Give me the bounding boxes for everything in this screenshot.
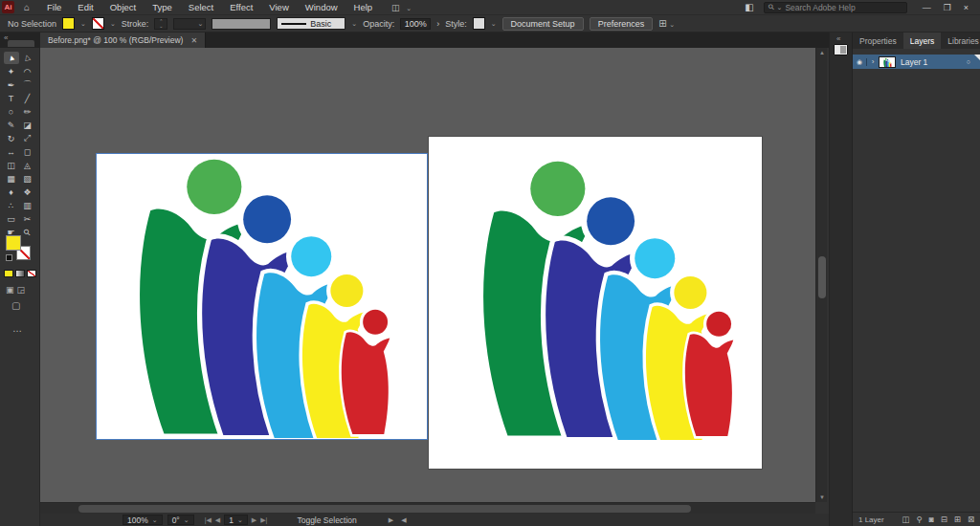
- edit-toolbar-icon[interactable]: …: [12, 323, 23, 334]
- menu-window[interactable]: Window: [305, 2, 338, 12]
- line-segment-tool[interactable]: ╱: [20, 92, 35, 104]
- ellipse-tool[interactable]: ○: [4, 105, 19, 118]
- delete-layer-icon[interactable]: ⊠: [968, 515, 974, 524]
- eraser-tool[interactable]: ◪: [20, 119, 35, 131]
- menu-view[interactable]: View: [269, 2, 288, 12]
- artboard[interactable]: [429, 137, 762, 469]
- expand-layer-icon[interactable]: ›: [867, 57, 879, 66]
- shape-builder-tool[interactable]: ◫: [4, 159, 19, 171]
- perspective-grid-tool[interactable]: ◬: [20, 159, 35, 171]
- status-bar-icons[interactable]: ▶ ◀: [389, 516, 410, 524]
- direct-selection-tool[interactable]: ▷: [20, 52, 35, 64]
- tab-properties[interactable]: Properties: [853, 33, 903, 49]
- draw-normal-icon[interactable]: ▣: [6, 285, 14, 295]
- menu-select[interactable]: Select: [189, 2, 213, 12]
- new-sublayer-icon[interactable]: ⊟: [941, 515, 947, 524]
- menu-effect[interactable]: Effect: [230, 2, 253, 12]
- vertical-scroll-thumb[interactable]: [818, 256, 826, 298]
- chevron-down-icon[interactable]: ⌄: [110, 20, 116, 28]
- selection-tool[interactable]: ►: [4, 52, 19, 64]
- tools-panel-grip[interactable]: [8, 40, 34, 47]
- none-button[interactable]: [27, 270, 36, 277]
- opacity-more-arrow[interactable]: ›: [436, 19, 439, 29]
- layer-target-icon[interactable]: ○: [967, 58, 970, 65]
- opacity-value[interactable]: 100%: [400, 18, 431, 30]
- expand-panels-icon[interactable]: «: [836, 34, 840, 43]
- paintbrush-tool[interactable]: ✏: [20, 105, 35, 118]
- fill-indicator[interactable]: [6, 235, 21, 251]
- restore-button[interactable]: ❐: [944, 3, 951, 12]
- opacity-label[interactable]: Opacity:: [363, 19, 394, 29]
- gradient-tool[interactable]: ▧: [20, 172, 35, 185]
- chevron-down-icon[interactable]: ⌄: [351, 20, 357, 28]
- stroke-weight-stepper[interactable]: ⌃⌄: [154, 18, 167, 30]
- pencil-tool[interactable]: ✎: [4, 119, 19, 131]
- layer-row[interactable]: ◉ › Layer 1 ○: [853, 55, 980, 69]
- artboard-number-dropdown[interactable]: 1 ⌄: [224, 515, 248, 525]
- first-artboard-icon[interactable]: |◀: [205, 516, 212, 524]
- width-profile-dropdown[interactable]: [212, 18, 271, 30]
- lasso-tool[interactable]: ◠: [20, 65, 35, 77]
- magic-wand-tool[interactable]: ✦: [4, 65, 19, 77]
- gradient-button[interactable]: [15, 270, 25, 277]
- preferences-button[interactable]: Preferences: [590, 17, 654, 31]
- document-tab[interactable]: Before.png* @ 100 % (RGB/Preview) ✕: [40, 33, 206, 48]
- minimize-button[interactable]: —: [923, 3, 931, 12]
- document-setup-button[interactable]: Document Setup: [502, 17, 584, 31]
- canvas[interactable]: [40, 48, 815, 502]
- visibility-eye-icon[interactable]: ◉: [853, 58, 867, 66]
- brush-definition-dropdown[interactable]: Basic: [277, 17, 345, 30]
- search-input[interactable]: ⚲ ⌄ Search Adobe Help: [764, 2, 907, 13]
- collapsed-panel-icon[interactable]: [834, 44, 848, 55]
- menu-edit[interactable]: Edit: [78, 2, 93, 12]
- column-graph-tool[interactable]: ▥: [20, 199, 35, 211]
- stroke-weight-dropdown[interactable]: ⌄: [173, 18, 206, 30]
- app-logo[interactable]: Ai: [2, 1, 14, 13]
- before-image-artwork[interactable]: [96, 153, 428, 440]
- scroll-down-icon[interactable]: ▼: [818, 494, 826, 500]
- layer-thumbnail[interactable]: [879, 56, 896, 68]
- free-transform-tool[interactable]: ◻: [20, 145, 35, 158]
- tab-libraries[interactable]: Libraries: [941, 33, 980, 49]
- zoom-level-dropdown[interactable]: 100% ⌄: [122, 515, 163, 525]
- arrange-documents-icon[interactable]: ◧: [745, 2, 753, 12]
- stroke-color-swatch[interactable]: [92, 17, 104, 30]
- fill-color-swatch[interactable]: [62, 17, 75, 30]
- type-tool[interactable]: T: [4, 92, 19, 104]
- symbol-sprayer-tool[interactable]: ∴: [4, 199, 19, 211]
- horizontal-scrollbar[interactable]: [40, 502, 815, 514]
- menu-file[interactable]: File: [47, 2, 61, 12]
- previous-artboard-icon[interactable]: ◀: [215, 516, 220, 524]
- last-artboard-icon[interactable]: ▶|: [260, 516, 267, 524]
- scale-tool[interactable]: ⤢: [20, 132, 35, 144]
- color-button[interactable]: [4, 270, 13, 277]
- vertical-scrollbar[interactable]: ▲ ▼: [815, 48, 827, 502]
- rotation-dropdown[interactable]: 0° ⌄: [167, 515, 194, 525]
- pen-tool[interactable]: ✒: [4, 78, 19, 91]
- artboard-tool[interactable]: ▭: [4, 212, 19, 225]
- menu-object[interactable]: Object: [110, 2, 136, 12]
- chevron-down-icon[interactable]: ⌄: [80, 20, 86, 28]
- new-layer-icon[interactable]: ⊞: [954, 515, 961, 524]
- tab-layers[interactable]: Layers: [903, 33, 942, 49]
- screen-mode-icon[interactable]: ▢: [11, 300, 20, 311]
- menu-type[interactable]: Type: [152, 2, 172, 12]
- scroll-up-icon[interactable]: ▲: [818, 50, 826, 55]
- align-options-icon[interactable]: ⊞ ⌄: [658, 18, 675, 29]
- mesh-tool[interactable]: ▦: [4, 172, 19, 185]
- locate-object-icon[interactable]: ⚲: [916, 515, 922, 524]
- width-tool[interactable]: ↔: [4, 145, 19, 158]
- workspace-switcher-icon[interactable]: ◫ ⌄: [391, 3, 413, 12]
- eyedropper-tool[interactable]: ♦: [4, 186, 19, 198]
- slice-tool[interactable]: ✂: [20, 212, 35, 225]
- home-icon[interactable]: ⌂: [24, 2, 30, 12]
- close-button[interactable]: ×: [964, 3, 969, 12]
- menu-help[interactable]: Help: [354, 2, 373, 12]
- draw-behind-icon[interactable]: ◲: [17, 285, 26, 295]
- curvature-tool[interactable]: ⌒: [20, 78, 35, 91]
- blend-tool[interactable]: ❖: [20, 186, 35, 198]
- clipping-mask-icon[interactable]: ◙: [928, 515, 933, 524]
- style-swatch[interactable]: [473, 17, 485, 30]
- layer-name[interactable]: Layer 1: [901, 57, 927, 67]
- close-tab-icon[interactable]: ✕: [190, 36, 197, 45]
